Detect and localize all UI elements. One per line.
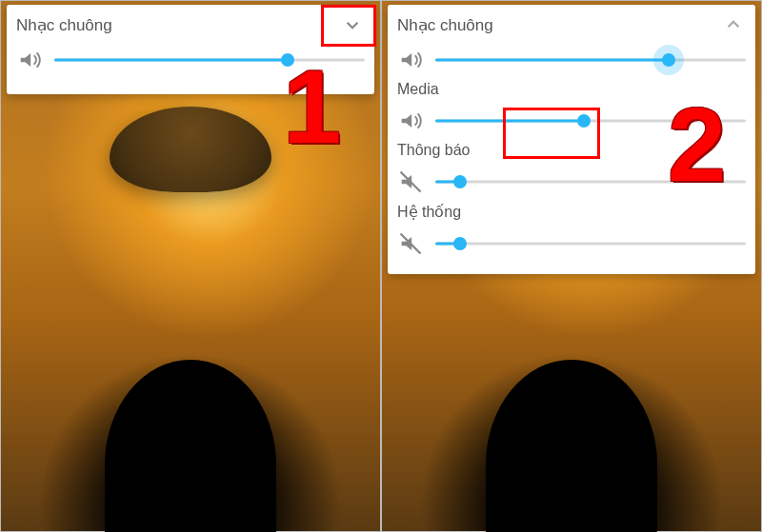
system-section: Hệ thống — [397, 203, 746, 257]
ringtone-slider[interactable] — [435, 51, 746, 69]
system-label: Hệ thống — [397, 203, 746, 221]
volume-icon — [397, 47, 424, 73]
volume-icon — [397, 108, 424, 134]
volume-icon — [16, 47, 43, 73]
annotation-number-2: 2 — [668, 92, 726, 197]
ringtone-label: Nhạc chuông — [16, 15, 112, 35]
highlight-box-1 — [321, 5, 376, 47]
screenshot-left: Nhạc chuông 1 — [0, 0, 381, 532]
volume-muted-icon — [397, 230, 424, 257]
annotation-number-1: 1 — [283, 54, 341, 159]
ringtone-slider-row — [397, 47, 746, 73]
volume-muted-icon — [397, 168, 424, 195]
screenshot-right: Nhạc chuông Media — [381, 0, 762, 532]
collapse-button[interactable] — [721, 12, 746, 37]
ringtone-label: Nhạc chuông — [397, 15, 493, 35]
system-slider[interactable] — [435, 235, 746, 252]
chevron-up-icon — [721, 12, 746, 37]
highlight-box-2 — [503, 108, 600, 159]
